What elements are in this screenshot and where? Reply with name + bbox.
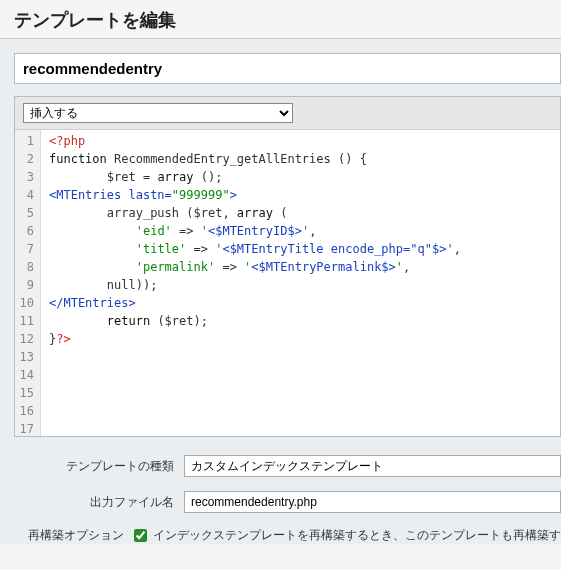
- code-content[interactable]: <?phpfunction RecommendedEntry_getAllEnt…: [41, 130, 560, 436]
- rebuild-check-wrapper: インデックステンプレートを再構築するとき、このテンプレートも再構築す: [134, 527, 561, 544]
- rebuild-checkbox-text: インデックステンプレートを再構築するとき、このテンプレートも再構築す: [153, 527, 561, 544]
- rebuild-checkbox[interactable]: [134, 529, 147, 542]
- fields-section: テンプレートの種類 出力ファイル名 再構築オプション インデックステンプレートを…: [14, 455, 561, 544]
- template-type-row: テンプレートの種類: [14, 455, 561, 477]
- insert-select[interactable]: 挿入する: [23, 103, 293, 123]
- rebuild-option-label: 再構築オプション: [14, 527, 134, 544]
- output-file-input[interactable]: [184, 491, 561, 513]
- content-area: 挿入する 1234567891011121314151617 <?phpfunc…: [0, 39, 561, 544]
- page-title: テンプレートを編集: [0, 0, 561, 38]
- editor-toolbar: 挿入する: [15, 97, 560, 130]
- template-name-input[interactable]: [14, 53, 561, 84]
- template-type-label: テンプレートの種類: [14, 458, 184, 475]
- output-file-label: 出力ファイル名: [14, 494, 184, 511]
- output-file-row: 出力ファイル名: [14, 491, 561, 513]
- editor-box: 挿入する 1234567891011121314151617 <?phpfunc…: [14, 96, 561, 437]
- template-type-input[interactable]: [184, 455, 561, 477]
- rebuild-option-row: 再構築オプション インデックステンプレートを再構築するとき、このテンプレートも再…: [14, 527, 561, 544]
- line-gutter: 1234567891011121314151617: [15, 130, 41, 436]
- code-editor[interactable]: 1234567891011121314151617 <?phpfunction …: [15, 130, 560, 436]
